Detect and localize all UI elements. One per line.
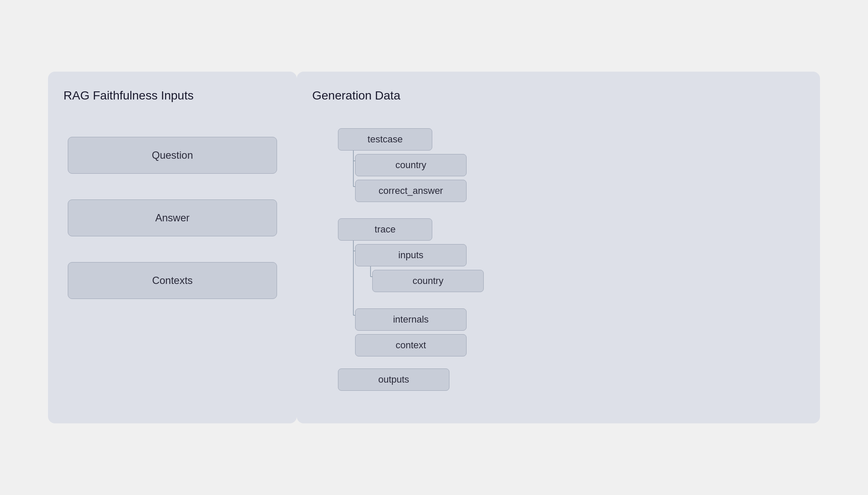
node-country2: country [372, 270, 484, 292]
input-boxes: Question Answer Contexts [63, 137, 281, 299]
node-outputs: outputs [338, 368, 449, 391]
node-trace: trace [338, 218, 432, 241]
node-inputs: inputs [355, 244, 467, 266]
answer-box: Answer [68, 199, 277, 236]
node-testcase: testcase [338, 128, 432, 151]
contexts-box: Contexts [68, 262, 277, 299]
diagram-wrapper: RAG Faithfulness Inputs Question Answer … [48, 72, 820, 423]
tree-wrapper: testcasecountrycorrect_answertraceinputs… [312, 124, 805, 399]
node-correct_answer: correct_answer [355, 180, 467, 202]
node-context: context [355, 334, 467, 356]
node-internals: internals [355, 308, 467, 331]
question-box: Question [68, 137, 277, 174]
right-panel: Generation Data testcasecountrycorrect_a… [297, 72, 820, 423]
node-country1: country [355, 154, 467, 176]
tree-nodes: testcasecountrycorrect_answertraceinputs… [312, 128, 527, 399]
right-panel-title: Generation Data [312, 89, 805, 103]
left-panel-title: RAG Faithfulness Inputs [63, 89, 281, 103]
left-panel: RAG Faithfulness Inputs Question Answer … [48, 72, 297, 423]
